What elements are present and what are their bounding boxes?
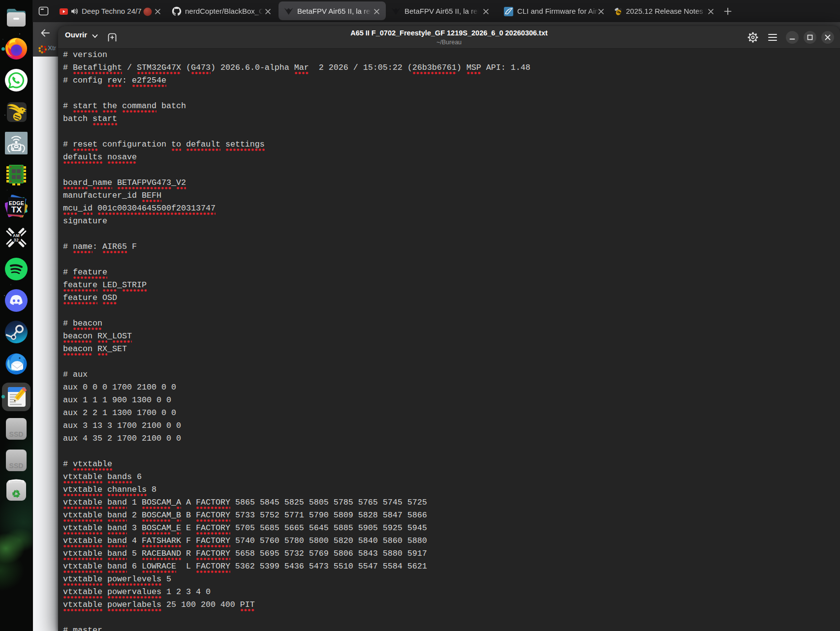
svg-text:TX: TX	[11, 205, 22, 214]
svg-text:32: 32	[14, 238, 19, 242]
svg-text:SSD: SSD	[9, 462, 24, 470]
svg-text:SSD: SSD	[9, 430, 24, 438]
